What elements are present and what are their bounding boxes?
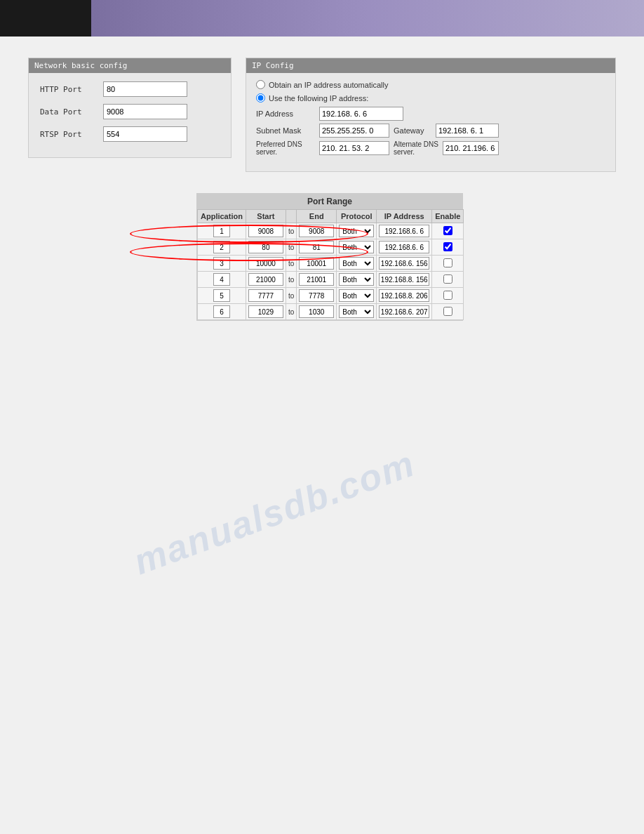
enable-checkbox[interactable] [443,226,452,235]
col-to [286,210,296,223]
app-input[interactable] [213,289,230,302]
port-range-panel: Port Range Application Start End Protoco… [196,193,463,321]
header-purple-bar [91,0,644,37]
http-port-label: HTTP Port [40,85,103,94]
col-end: End [297,210,337,223]
alternate-dns-input[interactable] [443,141,499,155]
start-input[interactable] [248,289,283,302]
protocol-select[interactable]: BothTCPUDP [339,305,374,318]
table-row: toBothTCPUDP [198,223,464,239]
protocol-select[interactable]: BothTCPUDP [339,257,374,270]
ip-panel-title: IP Config [246,58,615,73]
start-input[interactable] [248,225,283,237]
start-input[interactable] [248,241,283,253]
http-port-input[interactable] [103,81,187,97]
protocol-select[interactable]: BothTCPUDP [339,241,374,253]
end-input[interactable] [299,257,334,270]
dns-row: Preferred DNS server. Alternate DNS serv… [256,140,605,156]
app-input[interactable] [213,305,230,318]
end-input[interactable] [299,289,334,302]
table-row: toBothTCPUDP [198,239,464,256]
header [0,0,644,37]
ip-input[interactable] [379,289,429,302]
end-input[interactable] [299,241,334,253]
end-input[interactable] [299,305,334,318]
to-label: to [286,239,296,256]
preferred-dns-label: Preferred DNS server. [256,140,319,156]
data-port-label: Data Port [40,107,103,117]
col-start: Start [246,210,286,223]
header-black-bar [0,0,91,37]
table-row: toBothTCPUDP [198,288,464,304]
network-panel-body: HTTP Port Data Port RTSP Port [29,73,231,157]
top-panels: Network basic config HTTP Port Data Port… [28,58,616,172]
table-row: toBothTCPUDP [198,256,464,272]
ip-address-label: IP Address [256,110,319,118]
col-application: Application [198,210,246,223]
end-input[interactable] [299,273,334,286]
enable-checkbox[interactable] [443,258,452,267]
radio-manual-row: Use the following IP address: [256,93,605,102]
watermark: manualsdb.com [128,442,420,583]
ip-input[interactable] [379,305,429,318]
preferred-dns-input[interactable] [319,141,389,155]
col-enable: Enable [432,210,464,223]
enable-checkbox[interactable] [443,274,452,284]
rtsp-port-label: RTSP Port [40,130,103,139]
ip-input[interactable] [379,225,429,237]
radio-manual[interactable] [256,93,265,102]
alternate-dns-label: Alternate DNS server. [394,140,443,156]
table-row: toBothTCPUDP [198,304,464,320]
http-port-row: HTTP Port [40,81,220,97]
start-input[interactable] [248,305,283,318]
app-input[interactable] [213,241,230,253]
radio-manual-label: Use the following IP address: [269,94,368,102]
network-panel-title: Network basic config [29,58,231,73]
ip-address-input[interactable] [319,107,403,121]
protocol-select[interactable]: BothTCPUDP [339,289,374,302]
end-input[interactable] [299,225,334,237]
enable-checkbox[interactable] [443,307,452,316]
col-protocol: Protocol [337,210,377,223]
rtsp-port-input[interactable] [103,126,187,142]
protocol-select[interactable]: BothTCPUDP [339,225,374,237]
rtsp-port-row: RTSP Port [40,126,220,142]
radio-auto[interactable] [256,80,265,89]
radio-auto-row: Obtain an IP address automatically [256,80,605,89]
ip-fields-grid: IP Address Subnet Mask Gateway Preferred… [256,107,605,156]
ip-panel-body: Obtain an IP address automatically Use t… [246,73,615,166]
ip-input[interactable] [379,241,429,253]
enable-checkbox[interactable] [443,242,452,251]
app-input[interactable] [213,273,230,286]
start-input[interactable] [248,273,283,286]
ip-input[interactable] [379,257,429,270]
content-area: Network basic config HTTP Port Data Port… [0,37,644,342]
port-range-section: Port Range Application Start End Protoco… [112,193,616,321]
to-label: to [286,223,296,239]
subnet-input[interactable] [319,124,389,138]
to-label: to [286,272,296,288]
enable-checkbox[interactable] [443,291,452,300]
start-input[interactable] [248,257,283,270]
ip-input[interactable] [379,273,429,286]
to-label: to [286,256,296,272]
table-row: toBothTCPUDP [198,272,464,288]
radio-auto-label: Obtain an IP address automatically [269,81,388,89]
ip-config-panel: IP Config Obtain an IP address automatic… [246,58,616,172]
to-label: to [286,304,296,320]
subnet-label: Subnet Mask [256,126,319,135]
app-input[interactable] [213,257,230,270]
data-port-input[interactable] [103,104,187,119]
port-range-table: Application Start End Protocol IP Addres… [197,209,464,320]
gateway-input[interactable] [436,124,499,138]
to-label: to [286,288,296,304]
subnet-gateway-row: Subnet Mask Gateway [256,124,605,138]
app-input[interactable] [213,225,230,237]
port-range-title: Port Range [197,194,462,209]
data-port-row: Data Port [40,104,220,119]
ip-address-row: IP Address [256,107,605,121]
protocol-select[interactable]: BothTCPUDP [339,273,374,286]
table-header-row: Application Start End Protocol IP Addres… [198,210,464,223]
network-basic-config-panel: Network basic config HTTP Port Data Port… [28,58,232,158]
col-ip: IP Address [377,210,432,223]
